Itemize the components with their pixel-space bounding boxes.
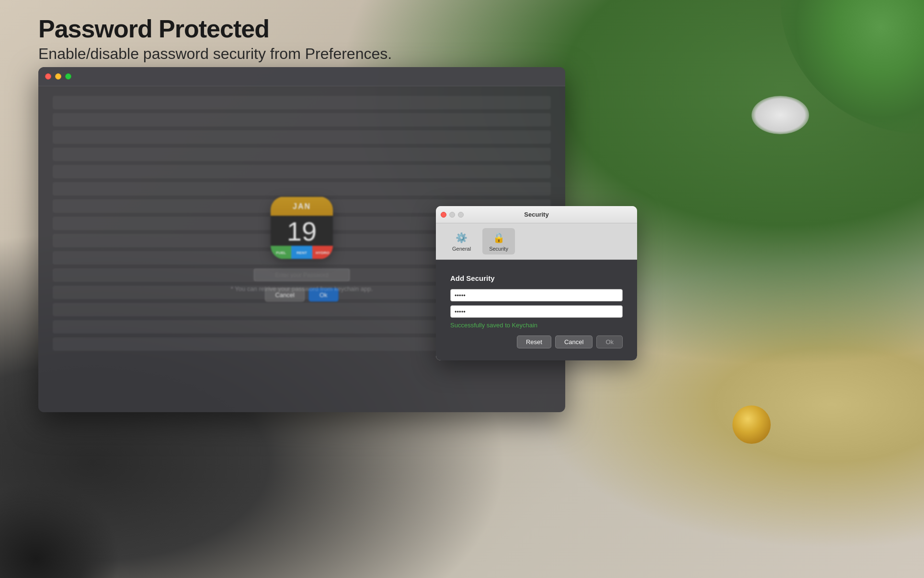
app-icon: JAN 19 FUEL RENT HYDRO: [271, 197, 333, 259]
window-titlebar: [38, 67, 565, 86]
icon-bottom-bar: FUEL RENT HYDRO: [271, 246, 333, 259]
security-ok-button[interactable]: Ok: [596, 335, 623, 348]
traffic-light-minimize[interactable]: [55, 73, 61, 80]
icon-label-fuel: FUEL: [271, 246, 291, 259]
bg-row: [53, 96, 551, 109]
icon-day: 19: [287, 215, 317, 246]
security-password-input[interactable]: [450, 289, 623, 301]
dark-object-decoration: [0, 482, 120, 578]
icon-label-rent: RENT: [291, 246, 312, 259]
security-traffic-lights: [441, 212, 464, 218]
icon-month: JAN: [293, 202, 311, 211]
bg-row: [53, 182, 551, 196]
bg-row: [53, 130, 551, 144]
security-label: Security: [489, 246, 508, 252]
reset-button[interactable]: Reset: [517, 335, 551, 348]
security-cancel-button[interactable]: Cancel: [555, 335, 593, 348]
success-message: Successfully saved to Keychain: [450, 322, 623, 329]
bg-row: [53, 165, 551, 178]
general-tab[interactable]: ⚙️ General: [445, 228, 478, 254]
bg-row: [53, 113, 551, 127]
security-titlebar: Security: [436, 206, 637, 223]
sec-traffic-light-close[interactable]: [441, 212, 446, 218]
security-panel-title: Security: [524, 211, 548, 218]
sec-traffic-light-maximize[interactable]: [458, 212, 464, 218]
password-input[interactable]: [254, 269, 350, 281]
sec-traffic-light-minimize[interactable]: [449, 212, 455, 218]
white-stones-decoration: [752, 96, 809, 134]
bg-row: [53, 148, 551, 161]
security-icon: 🔒: [492, 231, 505, 244]
page-subtitle: Enable/disable password security from Pr…: [38, 45, 392, 63]
keychain-hint: * You can retrive your password from key…: [231, 285, 373, 292]
traffic-light-close[interactable]: [45, 73, 51, 80]
security-body: Add Security Successfully saved to Keych…: [436, 260, 637, 360]
security-confirm-input[interactable]: [450, 305, 623, 318]
gold-coin-decoration: [732, 405, 771, 444]
general-label: General: [452, 246, 471, 252]
security-toolbar: ⚙️ General 🔒 Security: [436, 223, 637, 260]
page-heading: Password Protected Enable/disable passwo…: [38, 14, 392, 63]
icon-top-bar: JAN: [271, 197, 333, 216]
security-panel: Security ⚙️ General 🔒 Security Add Secur…: [436, 206, 637, 360]
security-tab[interactable]: 🔒 Security: [482, 228, 515, 254]
add-security-title: Add Security: [450, 274, 623, 282]
password-dialog: JAN 19 FUEL RENT HYDRO Cancel Ok * You c…: [216, 197, 388, 302]
security-bottom-buttons: Reset Cancel Ok: [450, 335, 623, 348]
traffic-light-maximize[interactable]: [65, 73, 71, 80]
icon-body: 19: [271, 216, 333, 246]
general-icon: ⚙️: [455, 231, 468, 244]
icon-label-hydro: HYDRO: [312, 246, 333, 259]
page-title: Password Protected: [38, 14, 392, 43]
